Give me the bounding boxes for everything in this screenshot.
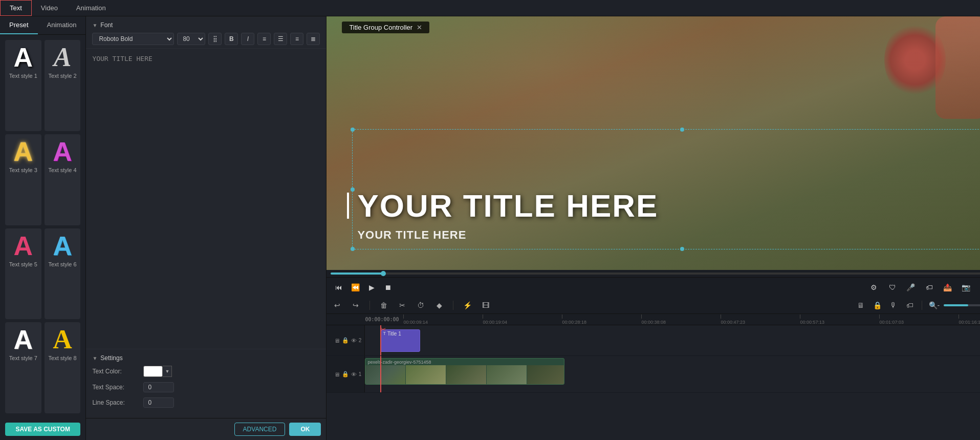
track-row-video: 🖥 🔒 👁 1 pexels-zadir-georgiev-5751458 bbox=[326, 356, 980, 393]
step-back-button[interactable]: ⏪ bbox=[348, 280, 362, 295]
text-space-input[interactable] bbox=[143, 382, 174, 392]
undo-button[interactable]: ↩ bbox=[331, 299, 344, 312]
ok-button[interactable]: OK bbox=[289, 423, 321, 436]
camera-button[interactable]: 📷 bbox=[959, 280, 973, 295]
style-item-4[interactable]: A Text style 4 bbox=[45, 134, 81, 225]
preview-right-controls: ⚙ 🛡 🎤 🏷 📤 📷 🔊 ⛶ Full ▼ bbox=[867, 280, 980, 295]
controller-label: Title Group Controller bbox=[349, 24, 412, 31]
mic-button[interactable]: 🎤 bbox=[904, 280, 918, 295]
text-input[interactable]: YOUR TITLE HERE bbox=[92, 55, 320, 343]
center-panel: ▼ Font Roboto Bold 80 ⣿ B I bbox=[86, 16, 326, 440]
controller-close-icon[interactable]: ✕ bbox=[417, 24, 422, 31]
timeline-toolbar: ↩ ↪ 🗑 ✂ ⏱ ◆ ⚡ 🎞 🖥 🔒 🎙 🏷 🔍- bbox=[326, 297, 980, 314]
filmstrip-button[interactable]: 🎞 bbox=[479, 299, 492, 312]
track-content-2: ✂ T Title 1 bbox=[365, 325, 980, 355]
scissors-icon: ✂ bbox=[380, 325, 386, 333]
text-space-label: Text Space: bbox=[92, 384, 143, 391]
export-button[interactable]: 📤 bbox=[941, 280, 955, 295]
style-label-4: Text style 4 bbox=[49, 167, 77, 173]
lock-button[interactable]: 🔒 bbox=[870, 299, 884, 312]
style-item-8[interactable]: A Text style 8 bbox=[45, 322, 81, 413]
delete-button[interactable]: 🗑 bbox=[377, 299, 390, 312]
tab-animation[interactable]: Animation bbox=[67, 0, 115, 16]
save-custom-button[interactable]: SAVE AS CUSTOM bbox=[5, 423, 80, 436]
toolbar-separator-3 bbox=[922, 301, 922, 310]
style-letter-8: A bbox=[53, 326, 72, 353]
style-label-2: Text style 2 bbox=[49, 73, 77, 79]
timeline-ruler: 00:00:00:00 00:00:09:14 00:00:19:04 00:0… bbox=[326, 314, 980, 325]
track-monitor-icon[interactable]: 🖥 bbox=[334, 338, 340, 344]
tag2-button[interactable]: 🏷 bbox=[903, 299, 917, 312]
color-dropdown-arrow[interactable]: ▼ bbox=[163, 366, 172, 377]
video-thumb-2 bbox=[406, 365, 446, 385]
track-eye-icon[interactable]: 👁 bbox=[351, 338, 357, 344]
justify-icon: ≣ bbox=[311, 35, 316, 43]
progress-handle[interactable] bbox=[381, 271, 386, 276]
ruler-mark-4: 00:00:47:23 bbox=[721, 315, 800, 325]
settings-section: ▼ Settings Text Color: ▼ Text Space: Lin… bbox=[86, 349, 326, 418]
subtab-preset[interactable]: Preset bbox=[0, 16, 38, 34]
style-item-3[interactable]: A Text style 3 bbox=[5, 134, 41, 225]
track-row-title: 🖥 🔒 👁 2 ✂ T Title 1 bbox=[326, 325, 980, 356]
align-right-button[interactable]: ≡ bbox=[290, 33, 303, 45]
align-center-button[interactable]: ☰ bbox=[274, 33, 287, 45]
font-size-select[interactable]: 80 bbox=[177, 33, 205, 45]
zoom-out-button[interactable]: 🔍- bbox=[927, 299, 941, 312]
style-item-6[interactable]: A Text style 6 bbox=[45, 228, 81, 320]
preview-background: Title Group Controller ✕ YOUR TITLE HERE bbox=[326, 16, 980, 270]
settings-section-label: Settings bbox=[100, 354, 122, 362]
style-label-7: Text style 7 bbox=[9, 355, 37, 361]
video-thumb-5 bbox=[527, 365, 564, 385]
style-letter-5: A bbox=[14, 233, 33, 259]
style-item-7[interactable]: A Text style 7 bbox=[5, 322, 41, 413]
stop-button[interactable]: ⏹ bbox=[381, 280, 395, 295]
line-space-label: Line Space: bbox=[92, 399, 143, 406]
skip-back-button[interactable]: ⏮ bbox=[332, 280, 346, 295]
settings-button[interactable]: ⚙ bbox=[867, 280, 881, 295]
line-space-input[interactable] bbox=[143, 397, 174, 408]
video-thumb-3 bbox=[446, 365, 486, 385]
italic-button[interactable]: I bbox=[241, 33, 254, 45]
redo-button[interactable]: ↪ bbox=[349, 299, 362, 312]
align-left-button[interactable]: ≡ bbox=[257, 33, 271, 45]
align-left-icon: ≡ bbox=[263, 35, 266, 43]
volume-button[interactable]: 🔊 bbox=[977, 280, 980, 295]
current-time-ruler: 00:00:00:00 bbox=[365, 317, 403, 322]
left-panel: Preset Animation A Text style 1 A Text s… bbox=[0, 16, 86, 440]
bold-button[interactable]: B bbox=[225, 33, 238, 45]
cut-button[interactable]: ✂ bbox=[396, 299, 409, 312]
zoom-slider[interactable] bbox=[944, 304, 980, 306]
tab-video[interactable]: Video bbox=[32, 0, 67, 16]
track-eye-icon-1[interactable]: 👁 bbox=[351, 371, 357, 378]
style-label-5: Text style 5 bbox=[9, 261, 37, 267]
style-letter-2: A bbox=[54, 44, 72, 71]
style-item-1[interactable]: A Text style 1 bbox=[5, 40, 41, 131]
progress-bar-row: { } 00:00:02:00 bbox=[326, 270, 980, 277]
monitor-button[interactable]: 🖥 bbox=[854, 299, 867, 312]
play-button[interactable]: ▶ bbox=[364, 280, 379, 295]
diamond-button[interactable]: ◆ bbox=[432, 299, 446, 312]
title-clip-label: Title 1 bbox=[387, 331, 401, 337]
style-item-2[interactable]: A Text style 2 bbox=[45, 40, 81, 131]
track-lock-icon-1[interactable]: 🔒 bbox=[342, 371, 349, 378]
top-tabs-bar: Text Video Animation bbox=[0, 0, 980, 16]
style-item-5[interactable]: A Text style 5 bbox=[5, 228, 41, 320]
text-color-swatch[interactable] bbox=[143, 366, 163, 377]
subtab-animation[interactable]: Animation bbox=[38, 16, 86, 34]
sliders-button[interactable]: ⚡ bbox=[461, 299, 474, 312]
advanced-button[interactable]: ADVANCED bbox=[234, 423, 286, 436]
track-lock-icon[interactable]: 🔒 bbox=[342, 337, 349, 344]
preview-area: Title Group Controller ✕ YOUR TITLE HERE bbox=[326, 16, 980, 270]
justify-button[interactable]: ≣ bbox=[307, 33, 320, 45]
preview-controls: ⏮ ⏪ ▶ ⏹ ⚙ 🛡 🎤 🏷 📤 📷 🔊 ⛶ Full ▼ bbox=[326, 277, 980, 297]
tab-text[interactable]: Text bbox=[0, 0, 32, 16]
mic2-button[interactable]: 🎙 bbox=[887, 299, 900, 312]
timer-button[interactable]: ⏱ bbox=[414, 299, 427, 312]
track-monitor-icon-1[interactable]: 🖥 bbox=[334, 371, 340, 378]
shield-button[interactable]: 🛡 bbox=[885, 280, 900, 295]
progress-bar[interactable] bbox=[331, 273, 980, 275]
video-clip[interactable]: pexels-zadir-georgiev-5751458 bbox=[365, 358, 564, 385]
font-family-select[interactable]: Roboto Bold bbox=[92, 33, 174, 45]
tag-button[interactable]: 🏷 bbox=[922, 280, 937, 295]
columns-button[interactable]: ⣿ bbox=[208, 33, 222, 45]
